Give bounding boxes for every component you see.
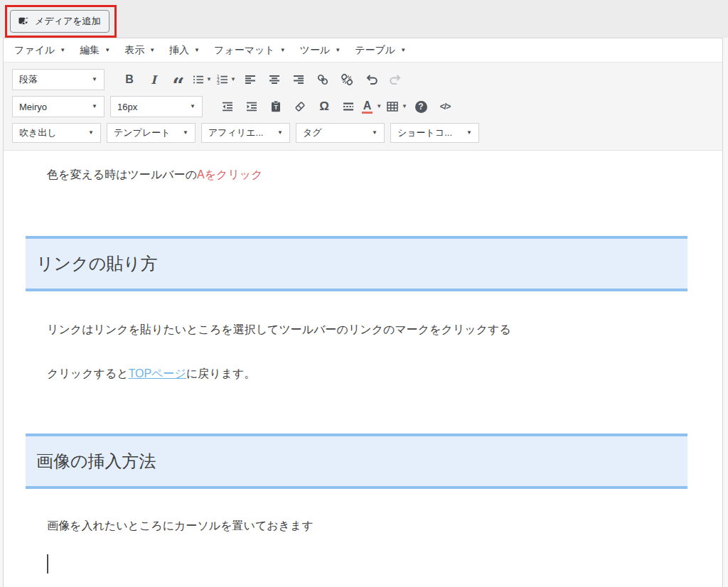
align-center-button[interactable] — [262, 68, 287, 91]
chevron-down-icon: ▼ — [105, 48, 110, 53]
speech-bubble-select[interactable]: 吹き出し ▼ — [12, 123, 101, 143]
align-right-button[interactable] — [287, 68, 311, 91]
font-family-value: Meiryo — [19, 102, 47, 112]
blockquote-button[interactable]: “ — [166, 68, 190, 91]
menu-edit-label: 編集 — [80, 44, 100, 57]
bold-icon: B — [125, 73, 134, 86]
undo-icon — [365, 73, 378, 86]
toolbar-row-1: 段落 ▼ B I “ ▼ — [12, 66, 714, 93]
chevron-down-icon: ▼ — [206, 77, 212, 82]
italic-icon: I — [151, 73, 156, 87]
table-button[interactable]: ▼ — [385, 95, 409, 118]
svg-text:3: 3 — [217, 80, 220, 85]
editor-panel: ファイル ▼ 編集 ▼ 表示 ▼ 挿入 ▼ フォーマット ▼ ツール ▼ テーブ… — [3, 38, 723, 587]
paragraph-color-tip: 色を変える時はツールバーのAをクリック — [47, 151, 687, 183]
font-size-value: 16px — [117, 102, 137, 112]
affiliate-value: アフィリエ... — [208, 126, 263, 139]
redo-button[interactable] — [383, 68, 407, 91]
font-size-select[interactable]: 16px ▼ — [110, 96, 203, 117]
paragraph-color-tip-highlight: Aをクリック — [197, 168, 263, 181]
paragraph-color-tip-text: 色を変える時はツールバーの — [47, 168, 197, 181]
eraser-icon — [294, 100, 306, 113]
undo-button[interactable] — [359, 68, 383, 91]
align-right-icon — [292, 73, 305, 86]
editor-content-area[interactable]: 色を変える時はツールバーのAをクリック リンクの貼り方 リンクはリンクを貼りたい… — [4, 151, 722, 587]
clear-formatting-button[interactable] — [288, 95, 312, 118]
chevron-down-icon: ▼ — [402, 104, 407, 109]
chevron-down-icon: ▼ — [335, 48, 341, 53]
chevron-down-icon: ▼ — [88, 130, 94, 136]
add-media-icon — [18, 16, 30, 26]
paste-as-text-icon: T — [269, 100, 282, 113]
paste-as-text-button[interactable]: T — [264, 95, 288, 118]
top-page-link[interactable]: TOPページ — [129, 367, 186, 379]
menu-format[interactable]: フォーマット ▼ — [207, 38, 293, 62]
paragraph-top-link: クリックするとTOPページに戻ります。 — [47, 365, 687, 382]
help-button[interactable]: ? — [409, 95, 433, 118]
chevron-down-icon: ▼ — [183, 130, 188, 136]
paragraph-image-instruction: 画像を入れたいところにカーソルを置いておきます — [47, 517, 687, 534]
special-character-button[interactable]: Ω — [312, 95, 336, 118]
menu-file-label: ファイル — [14, 44, 55, 57]
affiliate-select[interactable]: アフィリエ... ▼ — [201, 123, 290, 143]
editor-top-bar: メディアを追加 — [0, 0, 728, 38]
align-left-button[interactable] — [238, 68, 262, 91]
heading-link-howto: リンクの貼り方 — [26, 236, 687, 291]
shortcode-value: ショートコ... — [397, 126, 452, 139]
empty-line — [47, 554, 687, 574]
redo-icon — [389, 73, 402, 86]
block-format-value: 段落 — [19, 73, 38, 86]
menu-insert[interactable]: 挿入 ▼ — [162, 38, 207, 62]
remove-link-button[interactable] — [335, 68, 359, 91]
menu-format-label: フォーマット — [214, 44, 275, 57]
chevron-down-icon: ▼ — [60, 48, 65, 53]
horizontal-rule-button[interactable] — [336, 95, 360, 118]
indent-icon — [245, 100, 258, 113]
chevron-down-icon: ▼ — [230, 77, 236, 82]
text-color-button[interactable]: A ▼ — [360, 95, 385, 118]
menu-table[interactable]: テーブル ▼ — [348, 38, 413, 62]
bullet-list-icon — [192, 73, 205, 86]
template-select[interactable]: テンプレート ▼ — [107, 123, 196, 143]
template-value: テンプレート — [114, 126, 171, 139]
editor-toolbar: 段落 ▼ B I “ ▼ — [4, 63, 722, 151]
chevron-down-icon: ▼ — [466, 130, 472, 136]
speech-bubble-value: 吹き出し — [19, 126, 57, 139]
menu-tools[interactable]: ツール ▼ — [293, 38, 348, 62]
chevron-down-icon: ▼ — [277, 130, 283, 136]
numbered-list-button[interactable]: 1 2 3 ▼ — [214, 68, 238, 91]
font-family-select[interactable]: Meiryo ▼ — [12, 96, 105, 117]
toolbar-row-2: Meiryo ▼ 16px ▼ — [12, 93, 714, 120]
text-color-icon: A — [363, 100, 372, 114]
chevron-down-icon: ▼ — [280, 48, 286, 53]
tag-select[interactable]: タグ ▼ — [296, 123, 385, 143]
block-format-select[interactable]: 段落 ▼ — [12, 69, 105, 90]
bold-button[interactable]: B — [117, 68, 141, 91]
menu-file[interactable]: ファイル ▼ — [7, 38, 73, 62]
tag-value: タグ — [303, 126, 322, 139]
chevron-down-icon: ▼ — [194, 48, 200, 53]
add-media-button[interactable]: メディアを追加 — [10, 10, 109, 33]
heading-image-insert: 画像の挿入方法 — [26, 433, 687, 489]
toolbar-row-3: 吹き出し ▼ テンプレート ▼ アフィリエ... ▼ タグ ▼ ショートコ...… — [12, 122, 714, 144]
paragraph-top-link-before: クリックすると — [47, 367, 129, 379]
align-center-icon — [268, 73, 281, 86]
outdent-button[interactable] — [215, 95, 240, 118]
italic-button[interactable]: I — [141, 68, 166, 91]
code-icon: </> — [440, 102, 450, 112]
add-media-label: メディアを追加 — [35, 15, 101, 28]
menu-edit[interactable]: 編集 ▼ — [73, 38, 117, 62]
align-left-icon — [244, 73, 257, 86]
menu-view[interactable]: 表示 ▼ — [117, 38, 162, 62]
bullet-list-button[interactable]: ▼ — [190, 68, 214, 91]
table-icon — [386, 100, 399, 113]
indent-button[interactable] — [240, 95, 264, 118]
svg-text:T: T — [274, 104, 278, 111]
menu-view-label: 表示 — [124, 44, 144, 57]
code-button[interactable]: </> — [433, 95, 457, 118]
chevron-down-icon: ▼ — [92, 77, 97, 82]
insert-link-button[interactable] — [311, 68, 335, 91]
numbered-list-icon: 1 2 3 — [216, 73, 229, 86]
shortcode-select[interactable]: ショートコ... ▼ — [390, 123, 479, 143]
editor-menubar: ファイル ▼ 編集 ▼ 表示 ▼ 挿入 ▼ フォーマット ▼ ツール ▼ テーブ… — [4, 38, 722, 63]
